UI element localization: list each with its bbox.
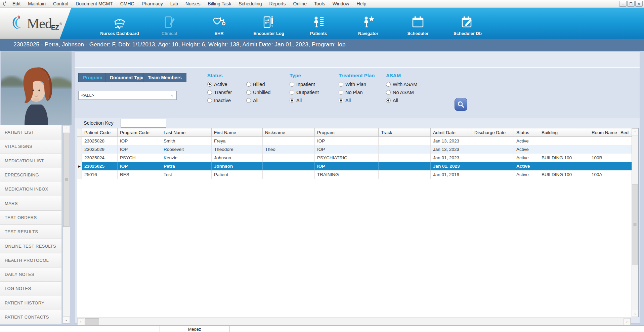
toolbar-button-encounter-log[interactable]: Encounter Log — [244, 8, 294, 39]
table-vertical-scrollbar[interactable]: ⌃ ⌄ — [632, 128, 638, 317]
sidebar-item-patient-history[interactable]: PATIENT HISTORY — [0, 296, 61, 310]
table-vertical-scroll-thumb[interactable] — [632, 184, 638, 265]
cell-room-name — [589, 137, 618, 145]
toolbar-button-ehr[interactable]: EHR — [194, 8, 244, 39]
column-header-last-name[interactable]: Last Name — [161, 128, 212, 136]
table-header-row: Patient CodeProgram CodeLast NameFirst N… — [77, 128, 632, 137]
sidebar-item-medication-inbox[interactable]: MEDICATION INBOX — [0, 182, 61, 196]
column-header-bed[interactable]: Bed — [618, 128, 632, 136]
radio-treatment-plan-no-plan[interactable]: No Plan — [339, 89, 363, 95]
table-scroll-down-icon[interactable]: ⌄ — [632, 310, 638, 317]
cell-room-name — [589, 162, 618, 170]
search-button[interactable] — [455, 98, 467, 111]
toolbar-button-nurses-dashboard[interactable]: Nurses Dashboard — [95, 8, 144, 39]
menu-item-tools[interactable]: Tools — [310, 0, 329, 7]
table-scroll-up-icon[interactable]: ⌃ — [632, 128, 638, 135]
radio-label: Active — [214, 82, 227, 87]
sidebar-item-patient-contacts[interactable]: PATIENT CONTACTS — [0, 310, 61, 324]
column-header-discharge-date[interactable]: Discharge Date — [472, 128, 514, 136]
menu-item-maintain[interactable]: Maintain — [24, 0, 49, 7]
taskbar-app-label[interactable]: Medez — [160, 327, 229, 332]
menu-item-nurses[interactable]: Nurses — [182, 0, 204, 7]
table-row[interactable]: 23025029IOPRooseveltTheodoreTheoIOPJan 1… — [77, 145, 632, 154]
menu-item-scheduling[interactable]: Scheduling — [235, 0, 265, 7]
cell-admit-date: Jan 13, 2023 — [431, 137, 472, 145]
column-header-track[interactable]: Track — [379, 128, 431, 136]
radio-type-outpatient[interactable]: Outpatient — [290, 89, 319, 95]
menu-item-edit[interactable]: Edit — [9, 0, 24, 7]
menu-item-window[interactable]: Window — [329, 0, 353, 7]
filter-tab-program[interactable]: Program — [78, 73, 107, 82]
radio-status-inactive[interactable]: Inactive — [207, 97, 231, 103]
cell-program: IOP — [315, 162, 379, 170]
sidebar-item-vital-signs[interactable]: VITAL SIGNS — [0, 139, 61, 154]
column-header-program[interactable]: Program — [315, 128, 379, 136]
column-header-first-name[interactable]: First Name — [212, 128, 263, 136]
radio-status-active[interactable]: Active — [207, 81, 227, 87]
sidebar-item-medication-list[interactable]: MEDICATION LIST — [0, 154, 61, 168]
radio-status-billed[interactable]: Billed — [246, 81, 265, 87]
filter-tab-team-members[interactable]: Team Members — [143, 73, 186, 82]
menu-item-online[interactable]: Online — [290, 0, 310, 7]
menu-item-lab[interactable]: Lab — [167, 0, 182, 7]
menu-item-document-mgmt[interactable]: Document MGMT — [72, 0, 116, 7]
toolbar-button-scheduler[interactable]: Scheduler — [393, 8, 443, 39]
sidebar-item-log-notes[interactable]: LOG NOTES — [0, 282, 61, 296]
column-header-room-name[interactable]: Room Name — [589, 128, 618, 136]
table-row[interactable]: 25016RESTestPatientTRAININGJan 01, 2019A… — [77, 170, 632, 179]
menu-item-control[interactable]: Control — [49, 0, 72, 7]
cell-program: IOP — [315, 145, 379, 154]
menu-item-cmhc[interactable]: CMHC — [117, 0, 138, 7]
toolbar-button-scheduler-db[interactable]: Scheduler Db — [443, 8, 492, 39]
radio-status-all[interactable]: All — [246, 97, 258, 103]
radio-asam-no-asam[interactable]: No ASAM — [386, 89, 414, 95]
close-button[interactable]: ✕ — [635, 1, 643, 7]
menu-item-help[interactable]: Help — [353, 0, 370, 7]
row-selector — [77, 154, 82, 162]
table-horizontal-scroll-thumb[interactable] — [85, 318, 99, 325]
selection-key-input[interactable] — [121, 119, 166, 128]
radio-type-all[interactable]: All — [290, 97, 302, 103]
cell-room-name: 100B — [589, 154, 618, 162]
sidebar-item-eprescribing[interactable]: EPRESCRIBING — [0, 168, 61, 182]
sidebar-scroll-up-icon[interactable]: ⌃ — [63, 125, 70, 132]
sidebar-item-test-results[interactable]: TEST RESULTS — [0, 225, 61, 239]
sidebar-item-patient-list[interactable]: PATIENT LIST — [0, 125, 61, 139]
table-row[interactable]: 23025024PSYCHKenzieJohnsonPSYCHIATRICJan… — [77, 154, 632, 162]
column-header-nickname[interactable]: Nickname — [263, 128, 315, 136]
column-header-patient-code[interactable]: Patient Code — [82, 128, 118, 136]
menu-item-pharmacy[interactable]: Pharmacy — [138, 0, 167, 7]
radio-treatment-plan-with-plan[interactable]: With Plan — [339, 81, 366, 87]
toolbar-button-label: Patients — [310, 31, 327, 36]
sidebar-item-online-test-results[interactable]: ONLINE TEST RESULTS — [0, 239, 61, 253]
program-dropdown[interactable]: <ALL> ⌄ — [78, 91, 177, 100]
sidebar-item-daily-notes[interactable]: DAILY NOTES — [0, 267, 61, 282]
column-header-program-code[interactable]: Program Code — [118, 128, 161, 136]
sidebar-item-health-protocol[interactable]: HEALTH PROTOCOL — [0, 253, 61, 267]
sidebar-scroll-thumb[interactable] — [63, 133, 70, 227]
menu-item-reports[interactable]: Reports — [265, 0, 289, 7]
sidebar-item-test-orders[interactable]: TEST ORDERS — [0, 211, 61, 225]
restore-button[interactable]: ❐ — [627, 1, 635, 7]
radio-status-unbilled[interactable]: Unbilled — [246, 89, 270, 95]
radio-status-transfer[interactable]: Transfer — [207, 89, 232, 95]
column-header-admit-date[interactable]: Admit Date — [431, 128, 472, 136]
column-header-building[interactable]: Building — [539, 128, 589, 136]
table-horizontal-scrollbar[interactable]: ‹ › — [77, 318, 631, 326]
toolbar-button-navigator[interactable]: Navigator — [343, 8, 393, 39]
radio-asam-with-asam[interactable]: With ASAM — [386, 81, 417, 87]
toolbar-button-patients[interactable]: Patients — [294, 8, 343, 39]
table-row[interactable]: ▶23025025IOPPetraJohnsonIOPJan 01, 2023A… — [77, 162, 632, 170]
table-scroll-left-icon[interactable]: ‹ — [77, 318, 84, 325]
sidebar-item-mars[interactable]: MARS — [0, 196, 61, 210]
table-row[interactable]: 23025028IOPSmithFreyaIOPJan 13, 2023Acti… — [77, 137, 632, 145]
radio-treatment-plan-all[interactable]: All — [339, 97, 351, 103]
menu-item-billing-task[interactable]: Billing Task — [204, 0, 235, 7]
sidebar-scroll-down-icon[interactable]: ⌄ — [63, 316, 70, 323]
column-header-status[interactable]: Status — [514, 128, 539, 136]
table-scroll-right-icon[interactable]: › — [624, 318, 631, 325]
sidebar-scrollbar[interactable]: ⌃ ⌄ — [62, 125, 70, 324]
radio-asam-all[interactable]: All — [386, 97, 398, 103]
radio-type-inpatient[interactable]: Inpatient — [290, 81, 315, 87]
minimize-button[interactable]: – — [619, 1, 627, 7]
